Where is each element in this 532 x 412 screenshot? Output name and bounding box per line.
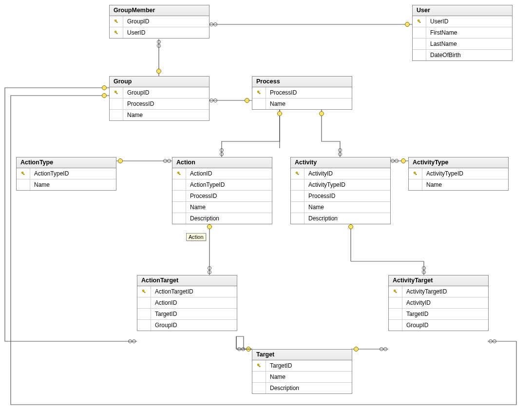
column-name: ActionTypeID (30, 170, 69, 177)
entity-actiontype[interactable]: ActionTypeActionTypeIDName (16, 157, 116, 191)
column-name: ActionTargetID (151, 288, 193, 295)
column-name: ActivityTypeID (422, 170, 463, 177)
column-row[interactable]: ActionTypeID (17, 168, 116, 179)
key-cell-empty (413, 27, 426, 38)
column-name: DateOfBirth (426, 52, 461, 59)
column-name: ActivityID (402, 299, 431, 306)
column-name: ActivityTypeID (304, 181, 345, 188)
primary-key-icon (409, 168, 422, 179)
column-name: Description (266, 385, 299, 392)
column-row[interactable]: Name (252, 98, 352, 109)
entity-title[interactable]: Action (172, 157, 272, 168)
entity-activitytype[interactable]: ActivityTypeActivityTypeIDName (408, 157, 509, 191)
column-row[interactable]: LastName (413, 39, 512, 50)
column-row[interactable]: Name (172, 202, 272, 213)
primary-key-icon (137, 286, 151, 297)
key-cell-empty (291, 213, 304, 224)
column-name: UserID (123, 29, 145, 36)
column-row[interactable]: GroupID (110, 87, 209, 98)
key-cell-empty (172, 191, 186, 201)
key-cell-empty (409, 179, 422, 190)
column-row[interactable]: Name (291, 202, 390, 213)
column-row[interactable]: ProcessID (172, 191, 272, 202)
column-row[interactable]: Name (252, 372, 352, 383)
entity-title[interactable]: Group (110, 77, 209, 87)
column-row[interactable]: ActionTypeID (172, 179, 272, 191)
entity-title[interactable]: ActivityTarget (389, 275, 488, 286)
key-cell-empty (389, 297, 402, 308)
column-row[interactable]: ProcessID (252, 87, 352, 98)
column-row[interactable]: ActivityID (389, 297, 488, 309)
primary-key-icon (110, 87, 123, 98)
column-row[interactable]: ActivityTargetID (389, 286, 488, 297)
column-row[interactable]: Name (17, 179, 116, 190)
column-row[interactable]: GroupID (389, 320, 488, 331)
entity-title[interactable]: GroupMember (110, 5, 209, 16)
column-row[interactable]: Description (252, 383, 352, 393)
column-row[interactable]: ProcessID (291, 191, 390, 202)
entity-title[interactable]: Process (252, 77, 352, 87)
entity-activity[interactable]: ActivityActivityIDActivityTypeIDProcessI… (290, 157, 391, 224)
primary-key-icon (110, 27, 123, 38)
column-row[interactable]: GroupID (137, 320, 237, 331)
column-row[interactable]: UserID (413, 16, 512, 27)
column-row[interactable]: Name (110, 110, 209, 120)
column-name: ProcessID (123, 100, 154, 107)
primary-key-icon (291, 168, 304, 179)
entity-title[interactable]: Target (252, 350, 352, 360)
entity-title[interactable]: User (413, 5, 512, 16)
column-name: GroupID (123, 89, 149, 96)
column-row[interactable]: ProcessID (110, 98, 209, 110)
column-row[interactable]: GroupID (110, 16, 209, 27)
column-row[interactable]: FirstName (413, 27, 512, 39)
key-cell-empty (17, 179, 30, 190)
entity-title[interactable]: Activity (291, 157, 390, 168)
column-row[interactable]: TargetID (252, 360, 352, 372)
entity-process[interactable]: ProcessProcessIDName (252, 76, 352, 110)
key-cell-empty (172, 213, 186, 224)
column-name: ActionID (151, 299, 177, 306)
key-cell-empty (252, 383, 266, 393)
column-row[interactable]: Description (172, 213, 272, 224)
column-name: ProcessID (266, 89, 297, 96)
entity-title[interactable]: ActionType (17, 157, 116, 168)
column-row[interactable]: ActionTargetID (137, 286, 237, 297)
column-name: GroupID (151, 322, 177, 329)
entity-title[interactable]: ActionTarget (137, 275, 237, 286)
key-cell-empty (137, 309, 151, 319)
column-name: Name (304, 204, 324, 211)
entity-group[interactable]: GroupGroupIDProcessIDName (109, 76, 209, 121)
column-name: TargetID (151, 311, 177, 317)
entity-actiontarget[interactable]: ActionTargetActionTargetIDActionIDTarget… (137, 275, 237, 331)
column-row[interactable]: TargetID (389, 309, 488, 320)
column-name: Description (186, 215, 219, 222)
column-row[interactable]: ActivityTypeID (409, 168, 508, 179)
key-cell-empty (291, 179, 304, 190)
column-row[interactable]: Description (291, 213, 390, 224)
tooltip: Action (186, 233, 206, 241)
column-row[interactable]: ActivityID (291, 168, 390, 179)
entity-activitytarget[interactable]: ActivityTargetActivityTargetIDActivityID… (388, 275, 489, 331)
entity-user[interactable]: UserUserIDFirstNameLastNameDateOfBirth (412, 5, 513, 61)
column-row[interactable]: UserID (110, 27, 209, 38)
primary-key-icon (110, 16, 123, 27)
column-row[interactable]: ActionID (172, 168, 272, 179)
entity-target[interactable]: TargetTargetIDNameDescription (252, 349, 352, 394)
primary-key-icon (252, 87, 266, 98)
key-cell-empty (172, 179, 186, 190)
column-name: Name (186, 204, 206, 211)
entity-title[interactable]: ActivityType (409, 157, 508, 168)
primary-key-icon (172, 168, 186, 179)
key-cell-empty (291, 202, 304, 213)
column-row[interactable]: Name (409, 179, 508, 190)
er-diagram-canvas[interactable]: Action GroupMemberGroupIDUserIDUserUserI… (0, 0, 532, 412)
column-row[interactable]: ActionID (137, 297, 237, 309)
entity-groupmember[interactable]: GroupMemberGroupIDUserID (109, 5, 209, 39)
column-row[interactable]: ActivityTypeID (291, 179, 390, 191)
column-row[interactable]: DateOfBirth (413, 50, 512, 60)
column-name: ActionID (186, 170, 212, 177)
column-name: GroupID (402, 322, 428, 329)
column-name: FirstName (426, 29, 457, 36)
entity-action[interactable]: ActionActionIDActionTypeIDProcessIDNameD… (172, 157, 272, 224)
column-row[interactable]: TargetID (137, 309, 237, 320)
